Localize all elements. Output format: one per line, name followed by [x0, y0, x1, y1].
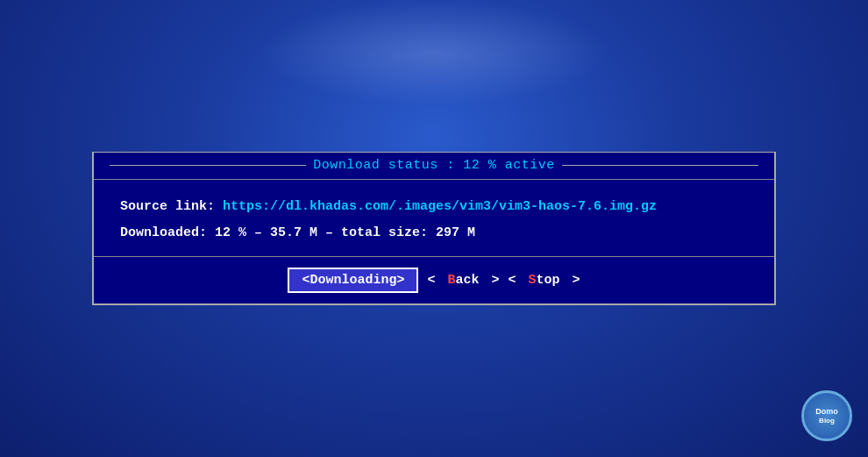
- stop-right-bracket: >: [573, 273, 580, 288]
- stop-label[interactable]: Stop: [525, 273, 564, 288]
- dialog-title: Download status : 12 % active: [313, 158, 555, 173]
- stop-left-bracket: <: [509, 273, 516, 288]
- dialog-content: Source link: https://dl.khadas.com/.imag…: [94, 179, 774, 241]
- back-right-bracket: >: [492, 273, 500, 288]
- title-bar: Download status : 12 % active: [94, 153, 774, 178]
- source-url: https://dl.khadas.com/.images/vim3/vim3-…: [223, 199, 657, 214]
- download-dialog: Download status : 12 % active Source lin…: [92, 152, 776, 306]
- button-row: <Downloading> < Back > < Stop >: [94, 256, 774, 303]
- back-left-bracket: <: [427, 273, 435, 288]
- source-line: Source link: https://dl.khadas.com/.imag…: [120, 197, 748, 218]
- downloaded-line: Downloaded: 12 % – 35.7 M – total size: …: [120, 225, 748, 240]
- back-label[interactable]: Back: [444, 273, 482, 288]
- watermark: Domo Blog: [801, 390, 852, 441]
- downloading-button[interactable]: <Downloading>: [288, 268, 418, 293]
